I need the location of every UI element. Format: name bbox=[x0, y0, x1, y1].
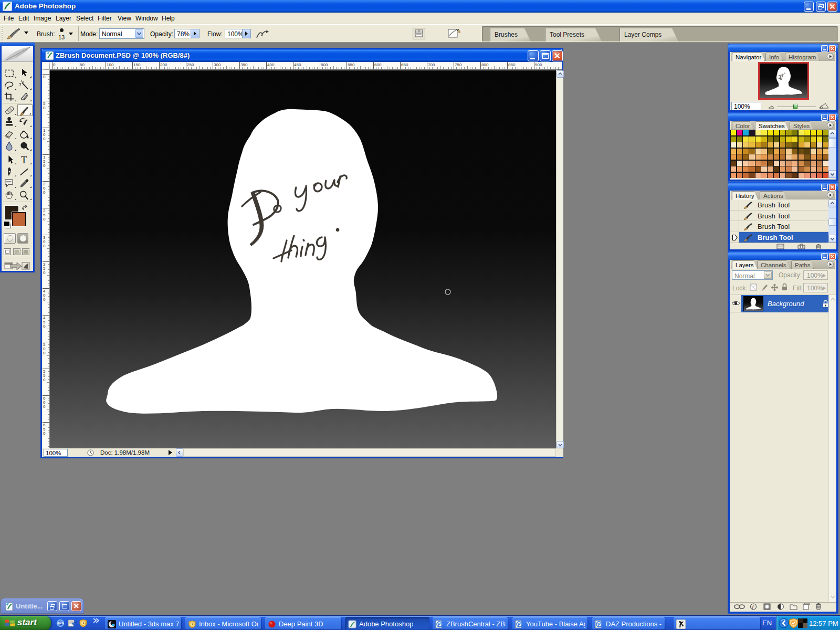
svg-text:e: e bbox=[58, 620, 61, 626]
svg-text:e: e bbox=[597, 622, 600, 627]
svg-text:e: e bbox=[438, 622, 440, 627]
svg-text:T: T bbox=[21, 154, 27, 165]
svg-text:f: f bbox=[752, 604, 754, 610]
svg-text:e: e bbox=[518, 622, 520, 627]
